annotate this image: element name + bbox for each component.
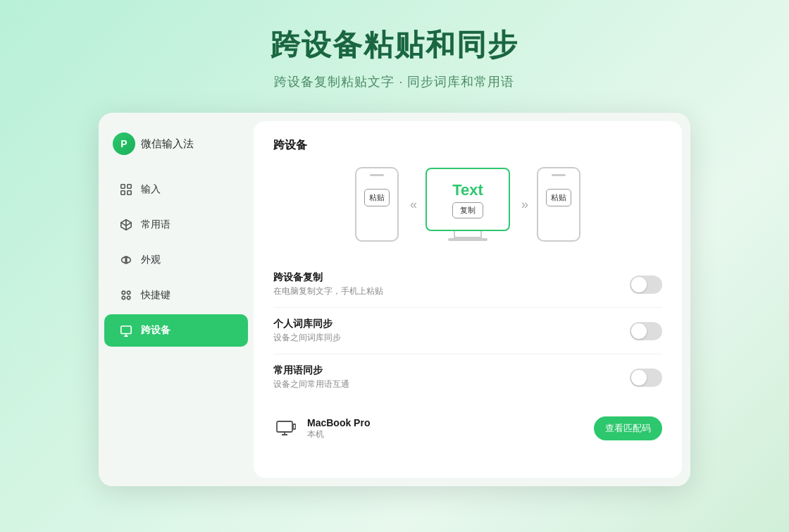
device-icon [273,416,299,441]
page-subtitle: 跨设备复制粘贴文字 · 同步词库和常用语 [274,73,514,90]
shortcuts-icon [118,287,134,303]
device-info: MacBook Pro 本机 [307,417,594,440]
cube-icon [118,217,134,233]
sidebar-item-appearance[interactable]: 外观 [104,244,248,276]
left-phone-paste-btn: 粘贴 [364,189,390,206]
settings-row-crossdevice-copy: 跨设备复制 在电脑复制文字，手机上粘贴 [273,261,662,308]
view-code-button[interactable]: 查看匹配码 [594,416,662,440]
settings-row-phrases-sync: 常用语同步 设备之间常用语互通 [273,354,662,400]
left-phone: 粘贴 [355,167,399,242]
vocab-sync-toggle[interactable] [630,322,662,340]
sidebar-label-shortcuts: 快捷键 [141,289,170,302]
device-row: MacBook Pro 本机 查看匹配码 [273,406,662,451]
monitor-text: Text [452,181,483,199]
sidebar-item-shortcuts[interactable]: 快捷键 [104,279,248,311]
vocab-sync-desc: 设备之间词库同步 [273,332,630,344]
app-name: 微信输入法 [141,137,194,151]
device-type: 本机 [307,428,594,440]
device-illustration: 粘贴 « Text 复制 » 粘贴 [273,167,662,242]
svg-point-6 [122,291,125,295]
monitor-stand [454,231,482,238]
device-name: MacBook Pro [307,417,594,428]
sidebar-item-crossdevice[interactable]: 跨设备 [104,314,248,347]
monitor: Text 复制 [425,168,510,231]
section-title: 跨设备 [273,138,662,153]
svg-point-7 [127,291,130,295]
sidebar-label-crossdevice: 跨设备 [141,324,170,337]
vocab-sync-title: 个人词库同步 [273,318,630,330]
right-phone: 粘贴 [537,167,580,242]
svg-rect-0 [121,185,125,188]
phrases-sync-title: 常用语同步 [273,364,630,377]
svg-rect-1 [128,185,131,188]
right-phone-paste-btn: 粘贴 [546,189,571,206]
main-content: 跨设备 粘贴 « Text 复制 » [254,121,682,478]
phrases-sync-toggle[interactable] [630,369,662,387]
monitor-base [448,238,487,241]
settings-list: 跨设备复制 在电脑复制文字，手机上粘贴 个人词库同步 设备之间词库同步 常用语同… [273,261,662,400]
sidebar-label-appearance: 外观 [141,254,161,266]
svg-rect-3 [128,191,131,194]
settings-text-phrases-sync: 常用语同步 设备之间常用语互通 [273,364,630,390]
app-logo-icon: P [113,132,135,155]
settings-row-vocab-sync: 个人词库同步 设备之间词库同步 [273,308,662,354]
svg-rect-10 [121,326,131,334]
sidebar: P 微信输入法 输入 常用 [99,113,254,486]
svg-rect-12 [293,424,296,429]
sidebar-label-input: 输入 [141,183,161,196]
crossdevice-copy-title: 跨设备复制 [273,271,630,284]
monitor-copy-btn: 复制 [452,202,483,218]
crossdevice-copy-toggle[interactable] [630,276,662,294]
sidebar-logo: P 微信输入法 [99,132,254,172]
settings-text-crossdevice-copy: 跨设备复制 在电脑复制文字，手机上粘贴 [273,271,630,297]
grid-icon [118,182,134,197]
monitor-wrap: Text 复制 [425,168,510,241]
page-title: 跨设备粘贴和同步 [271,25,518,65]
svg-rect-2 [121,191,125,194]
logo-letter: P [120,138,127,149]
left-arrow-icon: « [410,197,414,212]
left-arrow: « [410,197,414,212]
right-arrow-icon: » [521,197,526,212]
settings-text-vocab-sync: 个人词库同步 设备之间词库同步 [273,318,630,344]
monitor-icon [118,323,134,338]
crossdevice-copy-desc: 在电脑复制文字，手机上粘贴 [273,285,630,297]
app-window: P 微信输入法 输入 常用 [99,113,690,486]
sidebar-item-phrases[interactable]: 常用语 [104,209,248,241]
svg-point-9 [127,296,130,299]
sidebar-label-phrases: 常用语 [141,218,170,231]
svg-point-8 [122,296,125,299]
sidebar-item-input[interactable]: 输入 [104,173,248,206]
svg-rect-11 [277,421,292,432]
link-icon [118,252,134,268]
phrases-sync-desc: 设备之间常用语互通 [273,378,630,390]
right-arrow: » [521,197,526,212]
